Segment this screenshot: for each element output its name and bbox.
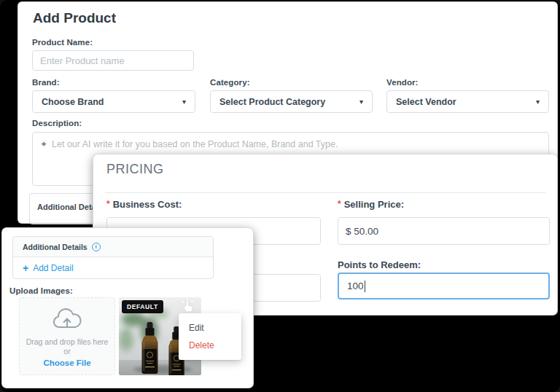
vendor-select[interactable]: Select Vendor ▾ — [386, 90, 549, 113]
vendor-label: Vendor: — [386, 78, 419, 87]
image-context-menu: Edit Delete — [179, 313, 241, 360]
product-name-input[interactable] — [33, 51, 193, 70]
brand-selected-value: Choose Brand — [42, 97, 104, 107]
pricing-title: PRICING — [106, 162, 164, 177]
points-to-redeem-label: Points to Redeem: — [338, 259, 421, 270]
additional-details-header: Additional Details i — [13, 237, 213, 257]
selling-price-input[interactable] — [338, 218, 549, 244]
default-badge: DEFAULT — [122, 300, 163, 313]
add-detail-label: Add Detail — [33, 263, 73, 273]
description-placeholder: Let our AI write it for you based on the… — [52, 139, 338, 149]
additional-details-card: Additional Details i + Add Detail Upload… — [2, 228, 253, 388]
tap-hand-icon — [179, 298, 195, 314]
cloud-upload-icon — [50, 307, 84, 332]
vendor-selected-value: Select Vendor — [396, 97, 456, 107]
category-select[interactable]: Select Product Category ▾ — [210, 90, 373, 113]
text-caret — [365, 281, 365, 292]
chevron-down-icon: ▾ — [359, 98, 363, 106]
chevron-down-icon: ▾ — [536, 98, 540, 106]
product-name-label: Product Name: — [32, 38, 93, 47]
category-label: Category: — [210, 78, 250, 87]
page-title: Add Product — [33, 10, 116, 26]
choose-file-link[interactable]: Choose File — [43, 358, 90, 367]
menu-item-edit[interactable]: Edit — [179, 319, 241, 337]
description-label: Description: — [32, 119, 82, 128]
additional-details-title: Additional Details — [23, 243, 88, 251]
required-asterisk: * — [106, 199, 110, 209]
selling-price-label: *Selling Price: — [338, 199, 404, 210]
additional-details-subcard: Additional Details i + Add Detail — [12, 236, 214, 279]
selling-price-field-wrap — [338, 217, 550, 245]
add-detail-button[interactable]: + Add Detail — [13, 257, 213, 273]
business-cost-label: *Business Cost: — [106, 199, 182, 210]
dropzone-text: Drag and drop files here or — [20, 337, 114, 356]
file-dropzone[interactable]: Drag and drop files here or Choose File — [19, 297, 115, 375]
points-to-redeem-value: 100 — [347, 281, 364, 291]
chevron-down-icon: ▾ — [182, 98, 186, 106]
brand-label: Brand: — [32, 78, 60, 87]
brand-select[interactable]: Choose Brand ▾ — [32, 90, 195, 113]
screenshot-stage: Add Product Product Name: Brand: Choose … — [0, 0, 560, 392]
menu-item-delete[interactable]: Delete — [179, 337, 241, 354]
plus-icon: + — [23, 264, 28, 273]
ai-sparkle-icon: ✦ — [40, 139, 47, 149]
divider — [105, 192, 545, 193]
points-to-redeem-input[interactable]: 100 — [338, 273, 550, 299]
category-selected-value: Select Product Category — [219, 97, 325, 107]
info-icon[interactable]: i — [92, 243, 101, 251]
upload-images-label: Upload Images: — [9, 286, 73, 295]
required-asterisk: * — [338, 199, 341, 209]
product-name-field-wrap — [32, 50, 194, 71]
